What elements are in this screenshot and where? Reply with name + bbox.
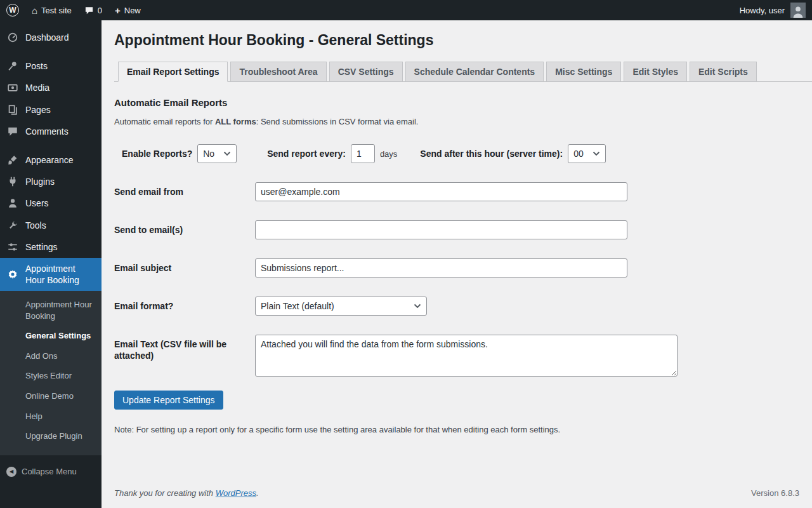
sidebar-item-tools[interactable]: Tools	[0, 215, 102, 236]
admin-bar: W ⌂ Test site 0 + New Howdy, user	[0, 0, 812, 20]
sidebar-item-label: Posts	[25, 60, 48, 72]
sidebar-item-label: Dashboard	[25, 32, 69, 43]
report-interval-label: Send report every:	[267, 149, 346, 159]
site-name-label: Test site	[41, 6, 72, 15]
chevron-down-icon	[414, 304, 421, 309]
email-subject-row: Email subject	[114, 258, 799, 277]
report-interval-unit: days	[380, 149, 397, 159]
send-to-emails-row: Send to email(s)	[114, 220, 799, 239]
section-title: Automatic Email Reports	[114, 97, 799, 108]
sidebar-item-label: Appointment Hour Booking	[25, 263, 95, 286]
sidebar-item-appointment-hour-booking[interactable]: Appointment Hour Booking	[0, 258, 102, 291]
avatar	[790, 3, 806, 18]
sidebar-item-label: Settings	[25, 241, 58, 253]
intro-suffix: : Send submissions in CSV format via ema…	[256, 117, 419, 126]
tools-icon	[6, 220, 19, 231]
submenu-item-appointment-hour-booking[interactable]: Appointment Hour Booking	[0, 295, 102, 326]
email-format-value: Plain Text (default)	[261, 301, 334, 311]
appointment-submenu: Appointment Hour Booking General Setting…	[0, 291, 102, 455]
collapse-menu-label: Collapse Menu	[22, 467, 77, 476]
email-subject-input[interactable]	[255, 258, 627, 277]
submenu-item-styles-editor[interactable]: Styles Editor	[0, 366, 102, 386]
sidebar-item-pages[interactable]: Pages	[0, 99, 102, 121]
tab-edit-styles[interactable]: Edit Styles	[624, 62, 687, 82]
submenu-item-upgrade-plugin[interactable]: Upgrade Plugin	[0, 426, 102, 446]
enable-reports-value: No	[203, 149, 214, 159]
report-hour-group: Send after this hour (server time): 00	[420, 144, 605, 163]
send-email-from-input[interactable]	[255, 182, 627, 201]
new-label: New	[124, 6, 141, 15]
email-text-textarea[interactable]: Attached you will find the data from the…	[255, 335, 678, 377]
tab-troubleshoot-area[interactable]: Troubleshoot Area	[230, 62, 326, 82]
chevron-down-icon	[593, 151, 600, 156]
site-name-link[interactable]: ⌂ Test site	[25, 0, 78, 20]
plugins-icon	[6, 176, 19, 187]
appearance-icon	[6, 154, 19, 166]
enable-reports-label: Enable Reports?	[122, 149, 192, 159]
footer: Thank you for creating with WordPress. V…	[114, 479, 799, 508]
report-hour-value: 00	[573, 149, 584, 159]
menu-separator	[0, 48, 102, 55]
comments-count: 0	[98, 6, 102, 15]
sidebar-item-appearance[interactable]: Appearance	[0, 149, 102, 171]
new-content-menu[interactable]: + New	[108, 0, 147, 20]
account-menu[interactable]: Howdy, user	[733, 0, 812, 20]
sidebar-item-label: Media	[25, 82, 49, 93]
gear-icon	[6, 269, 19, 280]
pages-icon	[6, 104, 19, 116]
submenu-item-help[interactable]: Help	[0, 406, 102, 427]
settings-icon	[6, 241, 19, 253]
sidebar-item-dashboard[interactable]: Dashboard	[0, 27, 102, 48]
email-format-label: Email format?	[114, 297, 255, 316]
send-email-from-label: Send email from	[114, 182, 255, 201]
page-title: Appointment Hour Booking - General Setti…	[114, 20, 799, 49]
dashboard-icon	[6, 32, 19, 43]
chevron-down-icon	[223, 151, 231, 156]
settings-tabs: Email Report Settings Troubleshoot Area …	[114, 62, 812, 82]
sidebar-item-label: Users	[25, 197, 49, 209]
report-interval-group: Send report every: days	[267, 144, 397, 163]
wp-logo-menu[interactable]: W	[0, 0, 25, 20]
admin-bar-right: Howdy, user	[733, 0, 812, 20]
sidebar-item-label: Pages	[25, 104, 51, 116]
sidebar-item-posts[interactable]: Posts	[0, 55, 102, 77]
report-interval-input[interactable]	[351, 144, 375, 163]
sidebar-item-comments[interactable]: Comments	[0, 121, 102, 142]
report-hour-select[interactable]: 00	[568, 144, 606, 163]
sidebar-item-users[interactable]: Users	[0, 192, 102, 214]
intro-text: Automatic email reports for ALL forms: S…	[114, 117, 799, 126]
comments-shortcut[interactable]: 0	[78, 0, 108, 20]
settings-note: Note: For setting up a report only for a…	[114, 425, 799, 434]
wordpress-link[interactable]: WordPress	[216, 488, 256, 498]
submenu-item-general-settings[interactable]: General Settings	[0, 326, 102, 346]
tab-schedule-calendar-contents[interactable]: Schedule Calendar Contents	[405, 62, 544, 82]
sidebar-item-label: Plugins	[25, 176, 55, 187]
tab-csv-settings[interactable]: CSV Settings	[329, 62, 403, 82]
tab-email-report-settings[interactable]: Email Report Settings	[118, 62, 228, 82]
tab-misc-settings[interactable]: Misc Settings	[546, 62, 621, 82]
collapse-menu-button[interactable]: ◀ Collapse Menu	[0, 460, 102, 483]
intro-prefix: Automatic email reports for	[114, 117, 215, 126]
email-text-row: Email Text (CSV file will be attached) A…	[114, 335, 799, 377]
comments-icon	[6, 126, 19, 137]
report-hour-label: Send after this hour (server time):	[420, 149, 563, 159]
update-report-settings-button[interactable]: Update Report Settings	[114, 391, 223, 410]
sidebar-item-plugins[interactable]: Plugins	[0, 171, 102, 192]
email-format-select[interactable]: Plain Text (default)	[255, 297, 427, 316]
sidebar-item-settings[interactable]: Settings	[0, 236, 102, 258]
email-subject-label: Email subject	[114, 258, 255, 277]
footer-thanks: Thank you for creating with WordPress.	[114, 488, 259, 498]
submenu-item-online-demo[interactable]: Online Demo	[0, 386, 102, 406]
send-email-from-row: Send email from	[114, 182, 799, 201]
report-schedule-row: Enable Reports? No Send report every: da…	[114, 144, 799, 163]
sidebar-item-media[interactable]: Media	[0, 77, 102, 98]
submenu-item-add-ons[interactable]: Add Ons	[0, 346, 102, 366]
intro-bold: ALL forms	[215, 117, 256, 126]
wordpress-logo-icon: W	[6, 4, 19, 17]
admin-sidebar: Dashboard Posts Media Pages Commen	[0, 20, 102, 508]
send-to-emails-label: Send to email(s)	[114, 220, 255, 239]
enable-reports-select[interactable]: No	[197, 144, 237, 163]
send-to-emails-input[interactable]	[255, 220, 627, 239]
tab-edit-scripts[interactable]: Edit Scripts	[690, 62, 757, 82]
comment-bubble-icon	[84, 6, 94, 15]
